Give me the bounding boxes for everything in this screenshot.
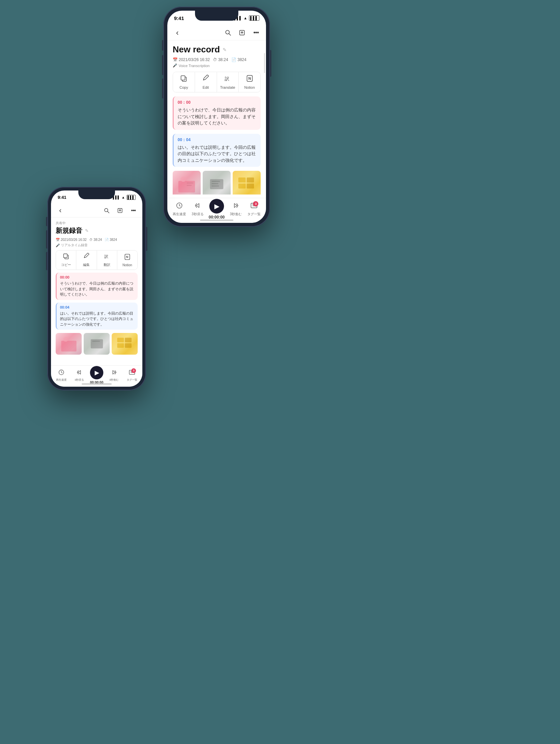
forward-label-large: 3秒進む bbox=[230, 212, 242, 217]
tag-label-large: タグ一覧 bbox=[247, 212, 261, 217]
shared-label-small: 共有中 bbox=[56, 221, 138, 226]
wifi-icon: ▲ bbox=[244, 16, 247, 20]
svg-point-25 bbox=[105, 209, 108, 212]
record-title-small: 新規録音 bbox=[56, 226, 82, 235]
copy-button-large[interactable]: Copy bbox=[173, 72, 195, 92]
transcript-2-large[interactable]: 00：04 はい。それでは説明します。今回の広報の目的は以下のふたつです。ひとつ… bbox=[173, 134, 261, 167]
more-button-small[interactable]: ••• bbox=[129, 206, 138, 215]
transcript-2-time-large: 00：04 bbox=[178, 137, 257, 143]
image-1-preview-large bbox=[173, 171, 201, 194]
tag-btn-small[interactable]: 3 タグ一覧 bbox=[125, 369, 139, 382]
play-time-large: 00:00:00 bbox=[209, 215, 225, 220]
image-3-large[interactable] bbox=[233, 171, 261, 194]
transcript-2-small[interactable]: 00:04 はい。それでは説明します。今回の広報の目的は以下のふたつです。ひとつ… bbox=[56, 303, 138, 330]
translate-button-small[interactable]: 訳 翻訳 bbox=[97, 251, 117, 269]
transcript-1-text-large: そういうわけで、今日は例の広報の内容について検討します。岡田さん、まずその案を説… bbox=[178, 107, 257, 126]
record-title-large: New record bbox=[173, 44, 220, 55]
image-2-large[interactable] bbox=[203, 171, 231, 194]
nav-right-icons-large: ••• bbox=[223, 28, 261, 37]
back-button-large[interactable]: ‹ bbox=[173, 28, 182, 37]
battery-icon-small: ▌▌▌ bbox=[127, 195, 136, 200]
forward-btn-small[interactable]: 3秒進む bbox=[107, 369, 121, 382]
content-small: 共有中 新規録音 ✎ 📅 2021/03/26 16:32 ⏱ 38:24 📄 bbox=[51, 218, 142, 363]
image-3-preview-small bbox=[112, 333, 138, 355]
export-button-small[interactable] bbox=[116, 206, 124, 215]
translate-button-large[interactable]: 訳 Translate bbox=[217, 72, 239, 92]
transcript-1-large[interactable]: 00：00 そういうわけで、今日は例の広報の内容について検討します。岡田さん、ま… bbox=[173, 97, 261, 130]
play-button-small[interactable]: ▶ bbox=[90, 366, 103, 379]
search-button-large[interactable] bbox=[223, 28, 233, 37]
meta-label-small: 🎤 リアルタイム録音 bbox=[56, 243, 138, 248]
tag-btn-large[interactable]: 3 タグ一覧 bbox=[247, 202, 261, 217]
rewind-icon-small bbox=[76, 369, 83, 377]
doc-icon-large: 📄 bbox=[231, 58, 236, 62]
image-1-small[interactable] bbox=[56, 333, 82, 355]
rewind-btn-small[interactable]: 3秒戻る bbox=[72, 369, 87, 382]
nav-right-icons-small: ••• bbox=[102, 206, 138, 215]
back-button-small[interactable]: ‹ bbox=[56, 206, 65, 215]
notion-button-small[interactable]: N Notion bbox=[117, 251, 137, 269]
translate-label-small: 翻訳 bbox=[104, 263, 110, 267]
playback-speed-btn-large[interactable]: 再生速度 bbox=[172, 202, 187, 217]
playback-speed-btn-small[interactable]: 再生速度 bbox=[54, 369, 69, 382]
edit-button-small[interactable]: 編集 bbox=[76, 251, 97, 269]
edit-button-large[interactable]: Edit bbox=[195, 72, 217, 92]
title-edit-icon-large[interactable]: ✎ bbox=[223, 47, 227, 52]
play-icon-large: ▶ bbox=[214, 202, 219, 210]
calendar-icon-small: 📅 bbox=[56, 238, 60, 241]
image-3-small[interactable] bbox=[112, 333, 138, 355]
wifi-icon-small: ▲ bbox=[122, 195, 125, 199]
svg-line-26 bbox=[108, 212, 109, 213]
copy-button-small[interactable]: コピー bbox=[56, 251, 76, 269]
image-1-large[interactable] bbox=[173, 171, 201, 194]
export-button-large[interactable] bbox=[237, 28, 247, 37]
svg-rect-16 bbox=[212, 186, 219, 186]
translate-icon-small: 訳 bbox=[104, 253, 110, 261]
svg-text:訳: 訳 bbox=[225, 76, 229, 81]
svg-rect-38 bbox=[117, 338, 124, 342]
scroll-indicator-large bbox=[264, 53, 265, 73]
forward-icon-large bbox=[232, 202, 239, 211]
notion-icon-small: N bbox=[124, 254, 131, 262]
battery-icon: ▌▌▌ bbox=[249, 15, 259, 21]
svg-rect-18 bbox=[238, 184, 246, 188]
meta-info-large: 📅 2021/03/26 16:32 ⏱ 38:24 📄 3824 bbox=[173, 58, 261, 62]
svg-rect-40 bbox=[125, 338, 131, 342]
title-edit-icon-small[interactable]: ✎ bbox=[85, 228, 89, 233]
status-icons-small: ▌▌▌ ▲ ▌▌▌ bbox=[113, 195, 136, 200]
forward-btn-large[interactable]: 3秒進む bbox=[228, 202, 243, 217]
speed-label-large: 再生速度 bbox=[173, 212, 186, 217]
more-button-large[interactable]: ••• bbox=[251, 28, 261, 37]
edit-label-large: Edit bbox=[203, 85, 209, 89]
image-grid-small bbox=[56, 333, 138, 355]
translate-icon-large: 訳 bbox=[224, 75, 231, 84]
status-time-large: 9:41 bbox=[174, 15, 184, 21]
svg-rect-19 bbox=[247, 178, 254, 183]
playback-bar-large: 再生速度 3秒戻る ▶ 00:00:00 3秒進む bbox=[167, 198, 266, 223]
copy-icon-large bbox=[180, 75, 187, 84]
image-2-small[interactable] bbox=[84, 333, 110, 355]
notion-button-large[interactable]: N Notion bbox=[239, 72, 260, 92]
svg-text:訳: 訳 bbox=[104, 254, 108, 259]
rewind-btn-large[interactable]: 3秒戻る bbox=[190, 202, 205, 217]
meta-duration-small: ⏱ 38:24 bbox=[89, 238, 102, 241]
transcript-1-time-small: 00:00 bbox=[60, 275, 134, 279]
home-indicator-large bbox=[200, 220, 233, 221]
play-button-large[interactable]: ▶ bbox=[209, 199, 224, 214]
image-2-preview-small bbox=[84, 333, 110, 355]
svg-rect-20 bbox=[247, 184, 254, 188]
meta-date-small: 📅 2021/03/26 16:32 bbox=[56, 238, 87, 241]
speed-icon-small bbox=[58, 369, 65, 377]
transcript-1-small[interactable]: 00:00 そういうわけで、今日は例の広報の内容について検討します。岡田さん、ま… bbox=[56, 272, 138, 300]
meta-label-large: 🎤 Voice Transcription bbox=[173, 63, 261, 68]
svg-rect-36 bbox=[91, 339, 103, 349]
svg-point-35 bbox=[63, 337, 68, 342]
play-button-container-small: ▶ 00:00:00 bbox=[90, 366, 103, 384]
notion-label-small: Notion bbox=[122, 263, 132, 267]
svg-rect-37 bbox=[92, 341, 100, 342]
copy-icon-small bbox=[63, 253, 69, 261]
edit-icon-large bbox=[202, 75, 209, 84]
transcript-1-time-large: 00：00 bbox=[178, 100, 257, 105]
search-button-small[interactable] bbox=[102, 206, 111, 215]
action-buttons-large: Copy Edit 訳 Translate N bbox=[173, 72, 261, 92]
